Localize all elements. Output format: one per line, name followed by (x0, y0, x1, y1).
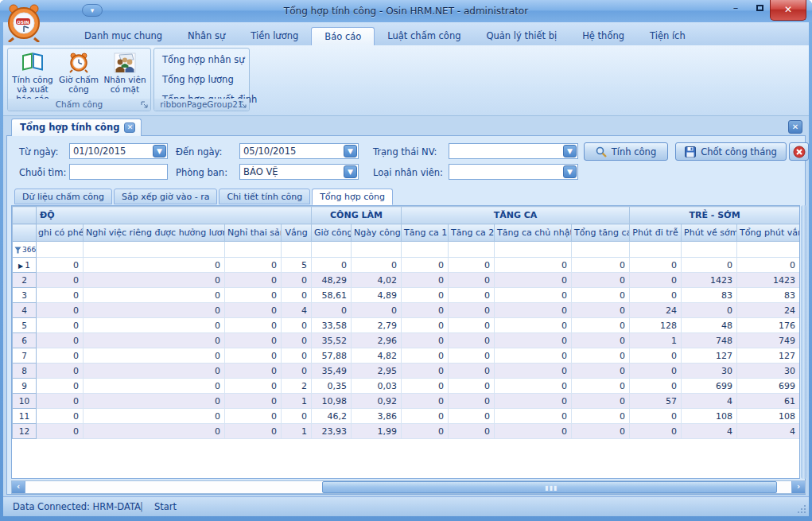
filter-cell[interactable] (312, 242, 352, 258)
grid-cell[interactable]: 0 (495, 258, 572, 273)
den-ngay-datepicker[interactable]: 05/10/2015 ▼ (239, 143, 359, 159)
grid-cell[interactable]: 58,61 (312, 288, 352, 303)
grid-cell[interactable]: 0 (449, 394, 495, 409)
grid-cell[interactable]: 57,88 (312, 348, 352, 364)
grid-cell[interactable]: 0 (225, 348, 282, 364)
chevron-down-icon[interactable]: ▼ (344, 145, 357, 157)
grid-cell[interactable]: 127 (737, 348, 800, 364)
grid-cell[interactable]: 0 (449, 379, 495, 394)
grid-cell[interactable]: 24 (737, 303, 800, 318)
grid-cell[interactable]: 0 (225, 424, 282, 439)
tinh-cong-va-xuat-bao-cao-button[interactable]: Tính công và xuất báo cáo (10, 51, 56, 100)
grid-cell[interactable]: 699 (682, 379, 737, 394)
grid-cell[interactable]: 2,79 (352, 318, 402, 333)
grid-cell[interactable]: 0 (630, 288, 682, 303)
grid-cell[interactable]: 0 (449, 273, 495, 288)
grid-cell[interactable]: 4 (737, 424, 800, 439)
grid-cell[interactable]: 4,02 (352, 273, 402, 288)
column-header[interactable]: Tăng ca chủ nhật (495, 224, 572, 242)
grid-cell[interactable]: 4,89 (352, 288, 402, 303)
grid-cell[interactable]: 0 (572, 318, 630, 333)
grid-cell[interactable]: 35,52 (312, 333, 352, 348)
filter-cell[interactable] (84, 242, 225, 258)
grid-cell[interactable]: 0 (37, 409, 84, 424)
grid-cell[interactable]: 0 (449, 288, 495, 303)
grid-cell[interactable]: 0 (572, 258, 630, 273)
grid-cell[interactable]: 0 (225, 273, 282, 288)
grid-cell[interactable]: 0 (402, 424, 449, 439)
grid-cell[interactable]: 2,96 (352, 333, 402, 348)
grid-cell[interactable]: 0 (84, 364, 225, 379)
row-indicator[interactable]: 6 (13, 333, 37, 348)
vertical-scrollbar[interactable] (801, 205, 806, 479)
grid-cell[interactable]: 0 (495, 394, 572, 409)
grid-cell[interactable]: 0 (630, 409, 682, 424)
row-indicator[interactable]: 2 (13, 273, 37, 288)
scrollbar-thumb[interactable]: ▮▮▮ (322, 481, 777, 493)
grid-cell[interactable]: 0 (37, 288, 84, 303)
column-header[interactable]: Tổng tăng ca (572, 224, 630, 242)
grid-cell[interactable]: 0 (37, 258, 84, 273)
scroll-left-icon[interactable]: ‹ (12, 481, 25, 493)
grid-cell[interactable]: 48 (682, 318, 737, 333)
grid-cell[interactable]: 0 (282, 364, 312, 379)
row-indicator[interactable]: 10 (13, 394, 37, 409)
title-bar[interactable]: ▾ Tổng hợp tính công - Osin HRM.NET - ad… (0, 0, 812, 22)
grid-cell[interactable]: 0 (37, 303, 84, 318)
tong-hop-nhan-su-item[interactable]: Tổng hợp nhân sự (154, 50, 249, 70)
grid-cell[interactable]: 699 (737, 379, 800, 394)
grid-cell[interactable]: 0 (402, 288, 449, 303)
grid-cell[interactable]: 0 (84, 394, 225, 409)
grid-cell[interactable]: 0 (737, 258, 800, 273)
grid-cell[interactable]: 1 (282, 394, 312, 409)
grid-cell[interactable]: 128 (630, 318, 682, 333)
filter-cell[interactable] (495, 242, 572, 258)
grid-cell[interactable]: 0 (495, 364, 572, 379)
grid-cell[interactable]: 0 (84, 333, 225, 348)
band-tre-som[interactable]: TRẺ - SỚM (630, 207, 800, 224)
grid-cell[interactable]: 0 (37, 273, 84, 288)
grid-cell[interactable]: 0 (282, 409, 312, 424)
grid-cell[interactable]: 0 (495, 303, 572, 318)
grid-cell[interactable]: 61 (737, 394, 800, 409)
band-che-do[interactable]: ĐỘ (37, 207, 312, 224)
grid-cell[interactable]: 0 (495, 348, 572, 364)
column-header[interactable]: Nghỉ thai sản (225, 224, 282, 242)
dialog-launcher-icon[interactable] (141, 101, 149, 109)
grid-cell[interactable]: 0 (402, 379, 449, 394)
grid-cell[interactable]: 2 (282, 379, 312, 394)
row-indicator[interactable]: 8 (13, 364, 37, 379)
grid-cell[interactable]: 0 (572, 424, 630, 439)
ribbon-tab-tien-ich[interactable]: Tiện ích (637, 27, 698, 45)
document-close-button[interactable]: ✕ (788, 120, 802, 134)
grid-cell[interactable]: 108 (682, 409, 737, 424)
grid-cell[interactable]: 2,95 (352, 364, 402, 379)
grid-cell[interactable]: 0,03 (352, 379, 402, 394)
filter-cell[interactable] (449, 242, 495, 258)
close-button[interactable]: ✕ (770, 0, 806, 21)
app-logo-clock-icon[interactable]: OSIN (6, 2, 42, 42)
grid-cell[interactable]: 749 (737, 333, 800, 348)
grid-cell[interactable]: 0 (225, 318, 282, 333)
grid-cell[interactable]: 0 (84, 348, 225, 364)
band-tang-ca[interactable]: TĂNG CA (402, 207, 630, 224)
grid-cell[interactable]: 5 (282, 258, 312, 273)
filter-cell[interactable] (737, 242, 800, 258)
ribbon-tab-bao-cao[interactable]: Báo cáo (311, 27, 375, 45)
grid-cell[interactable]: 0 (84, 318, 225, 333)
grid-cell[interactable]: 4 (682, 424, 737, 439)
grid-cell[interactable]: 0 (572, 303, 630, 318)
grid-cell[interactable]: 0 (37, 348, 84, 364)
grid-cell[interactable]: 57 (630, 394, 682, 409)
filter-cell[interactable] (352, 242, 402, 258)
grid-cell[interactable]: 0 (37, 318, 84, 333)
grid-cell[interactable]: 176 (737, 318, 800, 333)
grid-cell[interactable]: 0 (282, 288, 312, 303)
grid-cell[interactable]: 0,92 (352, 394, 402, 409)
scroll-right-icon[interactable]: › (791, 481, 805, 493)
grid-cell[interactable]: 0 (572, 333, 630, 348)
cancel-button[interactable] (789, 142, 809, 161)
grid-cell[interactable]: 0,35 (312, 379, 352, 394)
minimize-button[interactable]: – (725, 0, 746, 17)
column-header[interactable]: Vắng (282, 224, 312, 242)
